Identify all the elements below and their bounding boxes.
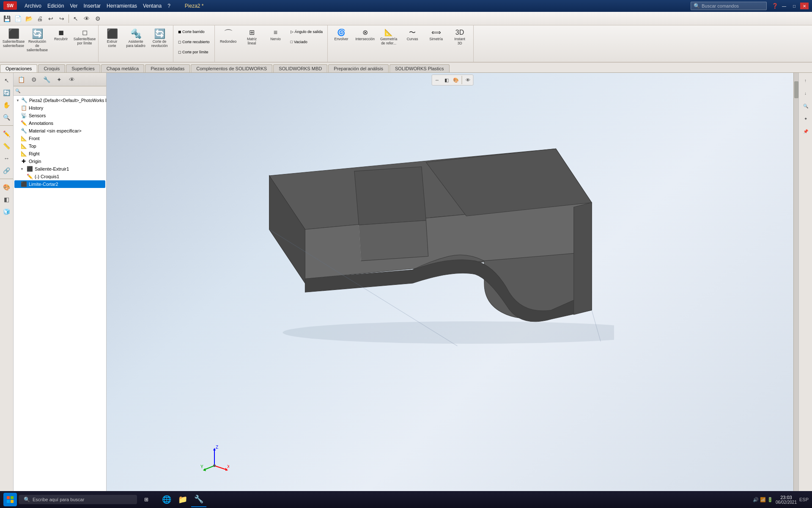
taskbar-edge[interactable]: 🌐: [159, 492, 174, 507]
feature-tree[interactable]: ▼ 🔧 Pieza2 (Default<<Default>_PhotoWorks…: [14, 96, 106, 508]
left-tool-pan[interactable]: ✋: [1, 99, 13, 111]
close-button[interactable]: ✕: [800, 3, 809, 9]
display-manager-icon[interactable]: 👁: [66, 74, 78, 86]
tab-plastics[interactable]: SOLIDWORKS Plastics: [390, 64, 450, 72]
right-tool-3[interactable]: 🔍: [800, 100, 812, 112]
menu-ver[interactable]: Ver: [67, 2, 80, 10]
tree-item-material[interactable]: 🔧 Material <sin especificar>: [14, 127, 105, 135]
intersection-button[interactable]: ⊗ Intersección: [354, 27, 376, 57]
tree-root[interactable]: ▼ 🔧 Pieza2 (Default<<Default>_PhotoWorks…: [14, 97, 105, 104]
left-tool-rotate[interactable]: 🔄: [1, 87, 13, 99]
ribbon: ⬛ Saliente/Basesaliente/base 🔄 Revolució…: [0, 25, 812, 63]
maximize-button[interactable]: □: [790, 3, 798, 9]
curves-button[interactable]: 〜 Curvas: [401, 27, 423, 57]
cut-revolve-button[interactable]: 🔄 Corte derevolución: [148, 27, 170, 57]
menu-insertar[interactable]: Insertar: [81, 2, 103, 10]
tab-croquis[interactable]: Croquis: [38, 64, 65, 72]
property-manager-icon[interactable]: ⚙: [28, 74, 40, 86]
start-button[interactable]: [3, 493, 17, 506]
menu-herramientas[interactable]: Herramientas: [104, 2, 140, 10]
tab-complementos[interactable]: Complementos de SOLIDWORKS: [191, 64, 272, 72]
revolve-base-button[interactable]: 🔄 Revolución desaliente/base: [26, 27, 48, 57]
selection-button[interactable]: ↖: [71, 14, 81, 24]
left-tool-section[interactable]: ◧: [1, 193, 13, 205]
tree-item-origin[interactable]: ✚ Origin: [14, 157, 105, 165]
menu-help[interactable]: ?: [165, 2, 173, 10]
taskbar-explorer[interactable]: 📁: [175, 492, 190, 507]
search-input[interactable]: [702, 3, 761, 8]
menu-bar[interactable]: Archivo Edición Ver Insertar Herramienta…: [22, 2, 173, 10]
shell-button[interactable]: □ Vaciado: [288, 37, 325, 47]
tab-operaciones[interactable]: Operaciones: [0, 64, 37, 72]
tree-item-annotations[interactable]: ✏️ Annotations: [14, 119, 105, 127]
rib-button[interactable]: ≡ Nervio: [265, 27, 287, 57]
left-tool-3d[interactable]: 🧊: [1, 206, 13, 218]
left-tool-select[interactable]: ↖: [1, 75, 13, 86]
tab-soldadas[interactable]: Piezas soldadas: [145, 64, 190, 72]
tree-item-cut2[interactable]: ⬛ Limite-Cortar2: [14, 180, 105, 188]
svg-text:Y: Y: [200, 464, 203, 469]
loft-button[interactable]: ◻ Saliente/Basepor límite: [74, 27, 96, 57]
tree-item-top[interactable]: 📐 Top: [14, 142, 105, 150]
ref-geom-button[interactable]: 📐 Geometríade refer...: [378, 27, 400, 57]
instant3d-button[interactable]: 3D Instant3D: [449, 27, 471, 57]
v-scrollbar[interactable]: [793, 73, 798, 503]
mirror-button[interactable]: ⟺ Simetría: [425, 27, 447, 57]
right-tool-1[interactable]: ↑: [800, 75, 812, 86]
fillet-icon: ⌒: [224, 29, 233, 39]
tab-superficies[interactable]: Superficies: [66, 64, 100, 72]
taskbar-solidworks[interactable]: 🔧: [191, 492, 206, 507]
minimize-button[interactable]: —: [780, 3, 788, 9]
view-button[interactable]: 👁: [82, 14, 92, 24]
print-button[interactable]: 🖨: [35, 14, 45, 24]
right-tool-5[interactable]: 📌: [800, 125, 812, 137]
new-button[interactable]: 📄: [13, 14, 23, 24]
tree-item-extrude1[interactable]: ▼ ⬛ Saliente-Extruir1: [14, 165, 105, 173]
tree-item-front[interactable]: 📐 Front: [14, 135, 105, 142]
right-tool-2[interactable]: ↓: [800, 87, 812, 99]
linear-pattern-button[interactable]: ⊞ Matrizlineal: [241, 27, 263, 57]
extrude-base-button[interactable]: ⬛ Saliente/Basesaliente/base: [3, 27, 25, 57]
tab-mbd[interactable]: SOLIDWORKS MBD: [273, 64, 327, 72]
hole-wizard-button[interactable]: 🔩 Asistentepara taladro: [125, 27, 147, 57]
search-bar[interactable]: 🔍 Escribe aquí para buscar: [19, 495, 137, 504]
viewport[interactable]: ↔ ◧ 🎨 👁: [107, 73, 798, 508]
tree-item-sensors[interactable]: 📡 Sensors: [14, 112, 105, 119]
feature-manager-icon[interactable]: 📋: [15, 74, 27, 86]
config-manager-icon[interactable]: 🔧: [41, 74, 52, 86]
menu-ventana[interactable]: Ventana: [140, 2, 164, 10]
left-tool-dimension[interactable]: ↔: [1, 152, 13, 164]
menu-edicion[interactable]: Edición: [45, 2, 66, 10]
options-button[interactable]: ⚙: [93, 14, 103, 24]
taskview-button[interactable]: ⊞: [139, 493, 154, 506]
cut-loft-button[interactable]: ◻ Corte recubierto: [176, 37, 212, 47]
command-search[interactable]: 🔍: [691, 2, 767, 10]
dim-xpert-icon[interactable]: ✦: [53, 74, 65, 86]
tree-item-history[interactable]: 📋 History: [14, 104, 105, 112]
tree-item-sketch1[interactable]: ✏️ (-) Croquis1: [14, 173, 105, 180]
cut-sweep-button[interactable]: ◼ Corte barrido: [176, 27, 212, 36]
menu-archivo[interactable]: Archivo: [22, 2, 44, 10]
cut-boundary-button[interactable]: ◻ Corte por límite: [176, 47, 212, 57]
help-icon[interactable]: ❓: [772, 3, 778, 9]
intersection-icon: ⊗: [362, 29, 368, 36]
cut-extrude-button[interactable]: ⬛ Extruircorte: [101, 27, 123, 57]
left-tool-measure[interactable]: 📏: [1, 140, 13, 152]
wrap-button[interactable]: 🌀 Envolver: [330, 27, 352, 57]
tab-chapa[interactable]: Chapa metálica: [101, 64, 144, 72]
redo-button[interactable]: ↪: [57, 14, 67, 24]
tree-item-right[interactable]: 📐 Right: [14, 150, 105, 157]
sweep-button[interactable]: ◼ Recubrir: [50, 27, 72, 57]
left-tool-relation[interactable]: 🔗: [1, 165, 13, 177]
fillet-button[interactable]: ⌒ Redondeo: [217, 27, 239, 57]
left-tool-appearance[interactable]: 🎨: [1, 181, 13, 193]
left-tool-zoom[interactable]: 🔍: [1, 111, 13, 123]
right-tool-4[interactable]: ✦: [800, 113, 812, 124]
draft-button[interactable]: ▷ Ángulo de salida: [288, 27, 325, 36]
v-scroll-thumb[interactable]: [794, 81, 798, 98]
open-button[interactable]: 📂: [24, 14, 34, 24]
tab-analisis[interactable]: Preparación del análisis: [328, 64, 389, 72]
undo-button[interactable]: ↩: [46, 14, 56, 24]
left-tool-sketch[interactable]: ✏️: [1, 128, 13, 140]
save-button[interactable]: 💾: [2, 14, 12, 24]
